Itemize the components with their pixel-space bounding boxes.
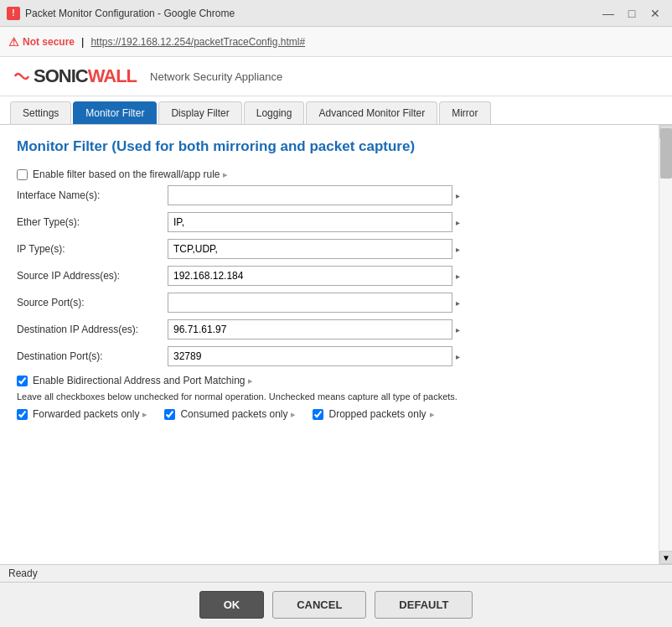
label-forwarded: Forwarded packets only [33,408,139,420]
field-row-dest-ip: Destination IP Address(es):▸ [17,319,642,339]
input-source-port[interactable] [168,293,452,313]
packet-option-consumed: Consumed packets only▸ [164,408,296,420]
tabs-bar: SettingsMonitor FilterDisplay FilterLogg… [0,96,672,125]
default-button[interactable]: DEFAULT [375,591,473,619]
input-source-ip[interactable] [168,266,452,286]
close-button[interactable]: ✕ [645,3,665,23]
scrollbar-down-button[interactable]: ▼ [659,551,672,564]
scrollbar[interactable]: ▲ ▼ [659,125,672,564]
label-ip-types: IP Type(s): [17,243,168,255]
ok-button[interactable]: OK [199,591,265,619]
security-indicator: ⚠ Not secure [8,35,75,49]
input-dest-ip[interactable] [168,319,452,339]
tab-mirror[interactable]: Mirror [439,101,490,124]
content-wrapper: Monitor Filter (Used for both mirroring … [0,125,672,564]
help-icon-bidirectional: ▸ [248,376,253,386]
warning-icon: ⚠ [8,35,19,49]
input-ip-types[interactable] [168,239,452,259]
url-bar[interactable]: https://192.168.12.254/packetTraceConfig… [90,36,305,48]
sonicwall-logo: SONICWALL [13,65,137,87]
input-dest-port[interactable] [168,346,452,366]
main-content: Monitor Filter (Used for both mirroring … [0,125,659,564]
tab-logging[interactable]: Logging [244,101,305,124]
label-dest-port: Destination Port(s): [17,350,168,362]
footer: OK CANCEL DEFAULT [0,582,672,627]
field-row-source-ip: Source IP Address(es):▸ [17,266,642,286]
statusbar: Ready [0,564,672,582]
input-arrow-ether-types[interactable]: ▸ [456,218,460,227]
logo-text: SONICWALL [34,65,137,87]
titlebar-title: Packet Monitor Configuration - Google Ch… [25,8,598,19]
bidirectional-row: Enable Bidirectional Address and Port Ma… [17,375,642,386]
app-subtitle: Network Security Appliance [150,70,282,83]
scrollbar-thumb[interactable] [660,128,672,179]
packet-options-row: Forwarded packets only▸Consumed packets … [17,408,642,425]
label-ether-types: Ether Type(s): [17,216,168,228]
field-row-interface-names: Interface Name(s):▸ [17,185,642,205]
input-arrow-source-port[interactable]: ▸ [456,298,460,308]
divider: | [81,35,84,48]
input-arrow-dest-port[interactable]: ▸ [456,352,460,361]
help-icon-forwarded: ▸ [142,409,147,420]
not-secure-label: Not secure [23,36,75,48]
addressbar: ⚠ Not secure | https://192.168.12.254/pa… [0,27,672,57]
bidirectional-checkbox[interactable] [17,376,28,386]
app-container: SONICWALL Network Security Appliance Set… [0,57,672,627]
checkbox-dropped[interactable] [313,409,323,420]
page-title: Monitor Filter (Used for both mirroring … [17,138,642,155]
bidirectional-label: Enable Bidirectional Address and Port Ma… [33,375,245,386]
cancel-button[interactable]: CANCEL [272,591,366,619]
field-row-dest-port: Destination Port(s):▸ [17,346,642,366]
input-arrow-source-ip[interactable]: ▸ [456,272,460,281]
help-icon-dropped: ▸ [430,409,435,420]
input-interface-names[interactable] [168,185,452,205]
label-source-port: Source Port(s): [17,297,168,308]
browser-icon: ! [7,7,20,20]
window-controls: — □ ✕ [598,3,665,23]
logo-wave-icon [13,68,30,85]
status-text: Ready [8,567,38,579]
minimize-button[interactable]: — [598,3,618,23]
tab-settings[interactable]: Settings [10,101,71,124]
tab-monitor-filter[interactable]: Monitor Filter [73,101,157,124]
enable-filter-checkbox[interactable] [17,169,28,180]
titlebar: ! Packet Monitor Configuration - Google … [0,0,672,27]
label-interface-names: Interface Name(s): [17,189,168,201]
help-icon-consumed: ▸ [291,409,296,420]
input-arrow-ip-types[interactable]: ▸ [456,245,460,254]
checkbox-consumed[interactable] [164,409,175,420]
help-icon-enable-filter: ▸ [223,169,228,180]
form-fields: Interface Name(s):▸Ether Type(s):▸IP Typ… [17,185,642,366]
label-consumed: Consumed packets only [180,408,287,420]
packet-option-forwarded: Forwarded packets only▸ [17,408,147,420]
label-dest-ip: Destination IP Address(es): [17,324,168,335]
input-arrow-dest-ip[interactable]: ▸ [456,325,460,334]
note-text: Leave all checkboxes below unchecked for… [17,391,642,402]
input-ether-types[interactable] [168,212,452,232]
tab-display-filter[interactable]: Display Filter [158,101,241,124]
app-header: SONICWALL Network Security Appliance [0,57,672,96]
maximize-button[interactable]: □ [622,3,642,23]
enable-filter-row: Enable filter based on the firewall/app … [17,168,642,180]
field-row-ether-types: Ether Type(s):▸ [17,212,642,232]
tab-advanced-monitor-filter[interactable]: Advanced Monitor Filter [306,101,437,124]
input-arrow-interface-names[interactable]: ▸ [456,191,460,200]
label-dropped: Dropped packets only [328,408,426,420]
checkbox-forwarded[interactable] [17,409,28,420]
label-source-ip: Source IP Address(es): [17,270,168,282]
field-row-ip-types: IP Type(s):▸ [17,239,642,259]
field-row-source-port: Source Port(s):▸ [17,293,642,313]
enable-filter-label: Enable filter based on the firewall/app … [33,168,220,180]
packet-option-dropped: Dropped packets only▸ [313,408,434,420]
